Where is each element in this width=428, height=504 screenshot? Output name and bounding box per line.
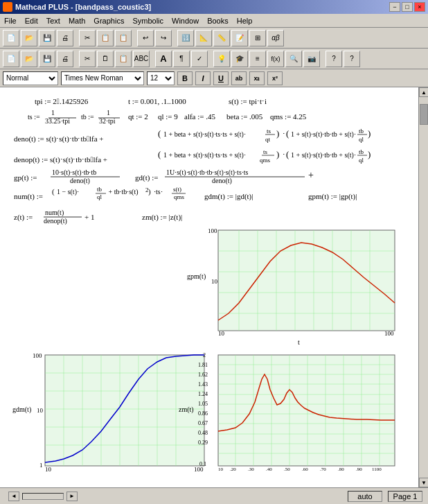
eq-tb-label: tb := — [81, 113, 94, 121]
tb2-new[interactable]: 📄 — [3, 51, 19, 67]
menu-window[interactable]: Window — [168, 15, 203, 26]
eq-alfa: alfa := .45 — [184, 112, 215, 121]
title-bar: Mathcad PLUS - [bandpass_coustic3] − □ × — [0, 0, 428, 14]
chart-br-xlabel: t — [298, 475, 300, 476]
tb2-eq[interactable]: ≡ — [249, 51, 266, 67]
chart-bl-xmin: 10 — [45, 466, 52, 473]
num-frac1-den: ql — [97, 193, 102, 200]
close-button[interactable]: × — [414, 2, 425, 12]
right-scrollbar: ▲ ▼ — [418, 87, 428, 487]
save-button[interactable]: 💾 — [39, 30, 55, 46]
menu-file[interactable]: File — [0, 15, 21, 26]
matrix-button[interactable]: ⊞ — [249, 30, 266, 46]
title-controls[interactable]: − □ × — [389, 2, 425, 12]
undo-button[interactable]: ↩ — [137, 30, 154, 46]
eq-deno-label: deno(t) := s(t)⋅s(t)⋅tb⋅tb𢱚lfa + — [14, 134, 105, 144]
tb2-paste[interactable]: 📋 — [115, 51, 132, 67]
h-scroll-left[interactable]: ◄ — [8, 492, 19, 501]
italic-button[interactable]: I — [195, 71, 211, 85]
tb2-fx[interactable]: f(x) — [267, 51, 284, 67]
tb2-para[interactable]: ¶ — [173, 51, 190, 67]
bold-button[interactable]: B — [177, 71, 193, 85]
cut-button[interactable]: ✂ — [79, 30, 96, 46]
tb2-print[interactable]: 🖨 — [57, 51, 73, 67]
chart-br-y10: 0.29 — [198, 440, 208, 446]
eq-ts-den: 33.25⋅tpi — [45, 117, 70, 125]
chart-br-y1: 2 — [203, 352, 206, 358]
format-button[interactable]: 📝 — [231, 30, 248, 46]
unit-button[interactable]: 📏 — [213, 30, 230, 46]
window-title: Mathcad PLUS - [bandpass_coustic3] — [15, 3, 151, 11]
z-frac-den: denop(t) — [44, 217, 67, 225]
font-dropdown[interactable]: Times New Roman — [61, 71, 144, 85]
tb2-idea[interactable]: 💡 — [213, 51, 230, 67]
chart-tr-ymax: 100 — [208, 227, 217, 234]
new-button[interactable]: 📄 — [3, 30, 19, 46]
menu-text[interactable]: Text — [42, 15, 64, 26]
underline-button[interactable]: U — [213, 71, 229, 85]
menu-math[interactable]: Math — [64, 15, 89, 26]
chart-tr-xlabel: t — [298, 338, 300, 346]
tb2-text[interactable]: A — [155, 51, 172, 67]
tb2-help1[interactable]: ? — [326, 51, 342, 67]
maximize-button[interactable]: □ — [402, 2, 413, 12]
strikethrough-button[interactable]: ab — [231, 71, 247, 85]
calc-button[interactable]: 🔢 — [177, 30, 194, 46]
chart-br-x8: .80 — [338, 467, 344, 472]
format-toolbar: Normal Times New Roman 12 B I U ab x₂ x² — [0, 69, 428, 87]
eq-ql: ql := 9 — [158, 112, 178, 121]
greek-button[interactable]: αβ — [267, 30, 284, 46]
menu-graphics[interactable]: Graphics — [89, 15, 128, 26]
tb2-cut[interactable]: ✂ — [79, 51, 96, 67]
copy-button[interactable]: 📋 — [97, 30, 114, 46]
chart-br-x2: .20 — [230, 467, 236, 472]
print-button[interactable]: 🖨 — [57, 30, 73, 46]
menu-symbolic[interactable]: Symbolic — [128, 15, 168, 26]
redo-button[interactable]: ↪ — [155, 30, 172, 46]
toolbar1: 📄 📂 💾 🖨 ✂ 📋 📋 ↩ ↪ 🔢 📐 📏 📝 ⊞ αβ — [0, 28, 428, 49]
size-dropdown[interactable]: 12 — [147, 71, 175, 85]
tb2-spell[interactable]: ABC — [133, 51, 150, 67]
deno-dot: ⋅ — [283, 130, 285, 138]
deno-paren1: ( — [158, 128, 161, 139]
menu-books[interactable]: Books — [203, 15, 233, 26]
chart-br-y7: 0.86 — [198, 410, 208, 417]
scroll-up-arrow[interactable]: ▲ — [419, 87, 428, 97]
denop-frac1-den: qms — [260, 157, 271, 164]
tb2-save[interactable]: 💾 — [39, 51, 55, 67]
chart-br-ylabel: zm(t) — [179, 406, 194, 414]
paste-button[interactable]: 📋 — [115, 30, 132, 46]
chart-bl-ylabel: gdm(t) — [12, 406, 31, 414]
num-frac2-den: qms — [174, 193, 185, 200]
menu-help[interactable]: Help — [233, 15, 257, 26]
status-mode: auto — [348, 491, 382, 502]
tb2-book[interactable]: 🎓 — [231, 51, 248, 67]
tb2-zoom[interactable]: 🔍 — [285, 51, 302, 67]
app-icon — [3, 2, 12, 12]
tb2-help2[interactable]: ? — [344, 51, 360, 67]
chart-br-y2: 1.81 — [198, 362, 208, 368]
tb2-capture[interactable]: 📷 — [303, 51, 320, 67]
eq-beta: beta := .005 — [226, 112, 263, 121]
deno-inner2: 1 + s(t)⋅s(t)⋅tb⋅tb + s(t)⋅ — [291, 130, 356, 139]
eq-ts-num: 1 — [51, 109, 55, 116]
chart-br-y9: 0.48 — [198, 430, 208, 436]
minimize-button[interactable]: − — [389, 2, 400, 12]
tb2-check[interactable]: ✓ — [191, 51, 208, 67]
subscript-button[interactable]: x₂ — [249, 71, 265, 85]
scroll-down-arrow[interactable]: ▼ — [419, 478, 428, 487]
open-button[interactable]: 📂 — [21, 30, 37, 46]
title-text: Mathcad PLUS - [bandpass_coustic3] — [3, 2, 151, 12]
tb2-open[interactable]: 📂 — [21, 51, 37, 67]
tb2-copy[interactable]: 🗒 — [97, 51, 114, 67]
chart-br-x7: .70 — [320, 467, 326, 472]
resource-button[interactable]: 📐 — [195, 30, 212, 46]
scroll-thumb[interactable] — [420, 104, 428, 125]
denop-dot: ⋅ — [283, 150, 285, 159]
style-dropdown[interactable]: Normal — [3, 71, 58, 85]
h-scroll-track — [22, 493, 64, 500]
superscript-button[interactable]: x² — [267, 71, 283, 85]
menu-edit[interactable]: Edit — [21, 15, 42, 26]
plus-sign: + — [308, 170, 314, 180]
h-scroll-right[interactable]: ► — [66, 492, 78, 501]
